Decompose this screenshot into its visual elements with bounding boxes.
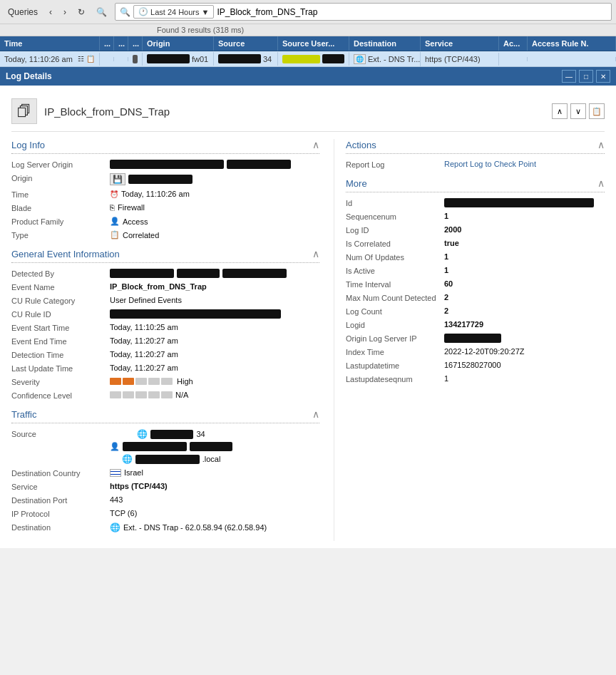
severity-seg-5 [161,378,173,385]
field-event-name: Event Name IP_Block_from_DNS_Trap [11,282,319,292]
max-num-value: 2 [444,293,448,302]
queries-button[interactable]: Queries [4,5,41,19]
index-time-label: Index Time [346,347,438,356]
confidence-value: N/A [110,391,188,399]
time-filter-label: Last 24 Hours [150,8,199,16]
confidence-bar [110,391,173,398]
search-input[interactable] [217,7,607,17]
queries-label: Queries [8,7,38,17]
field-sequencenum: Sequencenum 1 [346,212,605,221]
section-more-header: More ∧ [346,177,605,192]
section-general-event-header: General Event Information ∧ [11,248,319,263]
time-interval-value: 60 [444,279,453,288]
source-line-1: 🌐 34 [137,429,205,439]
nav-copy-button[interactable]: 📋 [589,103,605,119]
dest-port-label: Destination Port [11,495,104,505]
nav-down-button[interactable]: ∨ [570,103,586,119]
service-label: Service [11,482,104,491]
log-header: 🗍 IP_Block_from_DNS_Trap ∧ ∨ 📋 [11,93,605,132]
lastupdateseqnum-value: 1 [444,374,448,383]
origin-log-server-label: Origin Log Server IP [346,334,438,343]
left-col: Log Info ∧ Log Server Origin Origin � [11,139,334,541]
col-header-d2: ... [114,36,128,51]
last-update-label: Last Update Time [11,364,104,373]
back-button[interactable]: ‹ [46,5,56,19]
field-lastupdateseqnum: Lastupdateseqnum 1 [346,374,605,383]
field-origin-log-server: Origin Log Server IP [346,334,605,343]
source-user-r2 [190,442,232,451]
traffic-title: Traffic [11,409,36,420]
field-time-interval: Time Interval 60 [346,279,605,289]
globe-icon-dest: 🌐 [110,522,120,532]
field-num-updates: Num Of Updates 1 [346,252,605,262]
section-actions: Actions ∧ Report Log Report Log to Check… [346,139,605,169]
source-value-block: 🌐 34 👤 🌐 [110,429,232,464]
search-mode-button[interactable]: 🔍 [93,5,111,19]
flag-icon-israel [110,469,121,477]
time-filter-button[interactable]: 🕐 Last 24 Hours ▼ [133,5,214,19]
sourceuser-redacted [322,54,344,63]
refresh-button[interactable]: ↻ [74,5,88,19]
nav-up-button[interactable]: ∧ [552,103,568,119]
blade-value: ⎘ Firewall [110,203,145,212]
log-count-label: Log Count [346,306,438,316]
col-header-origin: Origin [143,36,214,51]
log-info-toggle[interactable]: ∧ [312,139,319,150]
source-line-2: 👤 [110,442,232,451]
service-value: https (TCP/443) [110,482,168,490]
lastupdateseqnum-label: Lastupdateseqnum [346,374,438,383]
close-button[interactable]: ✕ [596,70,610,83]
detected-by-r1 [110,269,174,278]
row-d1 [100,57,114,61]
section-traffic-header: Traffic ∧ [11,408,319,423]
field-lastupdatetime: Lastupdatetime 1671528027000 [346,361,605,370]
log-server-origin-label: Log Server Origin [11,160,104,169]
field-confidence: Confidence Level N/A [11,391,319,400]
field-max-num: Max Num Count Detected 2 [346,293,605,302]
field-event-start: Event Start Time Today, 11:10:25 am [11,323,319,332]
field-log-id: Log ID 2000 [346,225,605,235]
destination-label: Destination [11,522,104,532]
col-header-source: Source [214,36,278,51]
maximize-button[interactable]: □ [579,70,593,83]
cu-rule-id-value [110,309,281,319]
col-header-dest: Destination [349,36,421,51]
row-accessrule [528,57,616,61]
log-content-area: 🗍 IP_Block_from_DNS_Trap ∧ ∨ 📋 Log Info … [0,86,616,548]
field-destination: Destination 🌐 Ext. - DNS Trap - 62.0.58.… [11,522,319,532]
conf-seg-2 [123,391,134,398]
clock-icon: 🕐 [138,7,148,16]
severity-seg-1 [110,378,121,385]
log-details-controls: — □ ✕ [562,70,610,83]
minimize-button[interactable]: — [562,70,576,83]
detected-by-label: Detected By [11,269,104,278]
field-ip-protocol: IP Protocol TCP (6) [11,509,319,518]
dest-country-label: Destination Country [11,468,104,478]
clock-icon-small: ⏰ [110,190,118,198]
traffic-toggle[interactable]: ∧ [312,408,319,420]
field-index-time: Index Time 2022-12-20T09:20:27Z [346,347,605,356]
col-header-d3: ... [128,36,143,51]
row-dest: 🌐 Ext. - DNS Tr... [349,52,421,66]
table-row[interactable]: Source Today, 11:10:26 am ☷ 📋 fw01 34 🌐 … [0,51,616,67]
blade-label: Blade [11,203,104,212]
last-update-value: Today, 11:20:27 am [110,364,178,372]
report-log-link[interactable]: Report Log to Check Point [444,160,536,168]
type-label: Type [11,230,104,239]
log-count-value: 2 [444,306,448,315]
severity-label: Severity [11,377,104,386]
more-toggle[interactable]: ∧ [597,177,605,189]
server-icon: 💾 [110,173,125,185]
more-title: More [346,178,367,189]
row-ac [499,57,528,61]
ip-protocol-label: IP Protocol [11,509,104,518]
forward-button[interactable]: › [60,5,70,19]
event-end-label: Event End Time [11,336,104,346]
confidence-label: Confidence Level [11,391,104,400]
event-name-label: Event Name [11,282,104,292]
field-is-correlated: Is Correlated true [346,239,605,248]
actions-toggle[interactable]: ∧ [597,139,605,150]
general-event-toggle[interactable]: ∧ [312,248,319,259]
row-source: 34 [214,52,278,66]
field-logid: Logid 134217729 [346,320,605,329]
